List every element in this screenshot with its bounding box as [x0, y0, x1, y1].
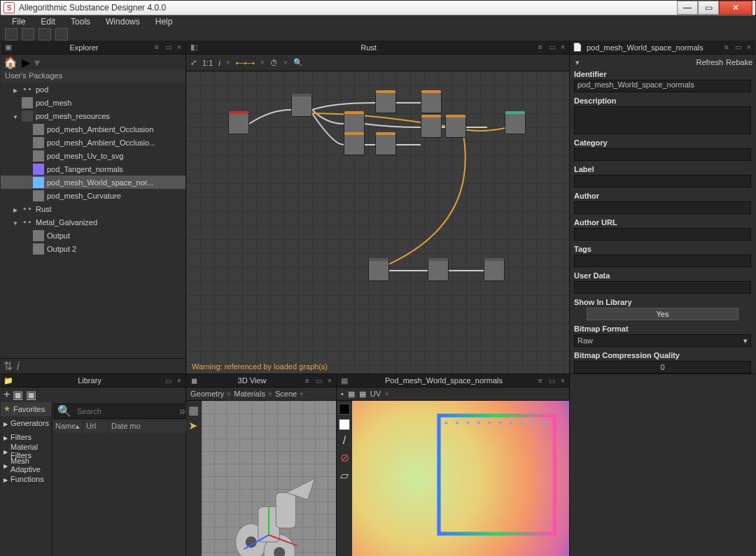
info-icon[interactable]: i: [17, 360, 20, 373]
explorer-home-icon[interactable]: 🏠: [4, 56, 18, 69]
open-icon[interactable]: [22, 28, 34, 41]
no-icon[interactable]: ⊘: [340, 451, 349, 464]
tree-item[interactable]: pod_mesh_resources: [1, 109, 186, 122]
graph-node[interactable]: [375, 134, 396, 155]
tree-item[interactable]: ∘∘pod: [1, 83, 186, 96]
identifier-input[interactable]: pod_mesh_World_space_normals: [574, 80, 751, 92]
play-icon[interactable]: ▶: [22, 56, 30, 69]
col-date[interactable]: Date mo: [108, 420, 190, 433]
panel-dock-icon[interactable]: ≡: [152, 43, 162, 52]
folder-icon[interactable]: ▣: [13, 388, 23, 401]
panel-float-icon[interactable]: ▭: [733, 43, 743, 52]
panel-dock-icon[interactable]: ≡: [722, 43, 732, 52]
library-category[interactable]: Mesh Adaptive: [1, 458, 52, 472]
tree-item[interactable]: pod_mesh_Curvature: [1, 189, 186, 202]
category-input[interactable]: [574, 148, 751, 161]
graph-node[interactable]: [368, 260, 389, 281]
library-search[interactable]: 🔍 »: [54, 404, 189, 419]
showlib-toggle[interactable]: Yes: [587, 308, 738, 320]
tree-item[interactable]: pod_Tangent_normals: [1, 162, 186, 176]
tool-icon[interactable]: ▦: [359, 390, 366, 399]
library-category[interactable]: Material Filters: [1, 444, 52, 458]
tree-item[interactable]: pod_mesh: [1, 96, 186, 109]
collapse-icon[interactable]: ▾: [573, 58, 694, 67]
userdata-input[interactable]: [574, 281, 751, 294]
menu-edit[interactable]: Edit: [34, 15, 62, 28]
tree-item[interactable]: pod_mesh_Uv_to_svg: [1, 149, 186, 162]
brush-icon[interactable]: /: [343, 434, 346, 447]
authorurl-input[interactable]: [574, 228, 751, 241]
pin-icon[interactable]: •: [341, 390, 344, 398]
3d-viewport[interactable]: [202, 401, 336, 556]
panel-close-icon[interactable]: ×: [558, 376, 568, 385]
folder-icon[interactable]: ▣: [26, 388, 36, 401]
bitmapfmt-combo[interactable]: Raw▾: [574, 334, 751, 347]
uv-label[interactable]: UV: [370, 390, 381, 398]
favorites-item[interactable]: ★Favorites: [1, 402, 52, 416]
bcq-slider[interactable]: 0: [574, 361, 751, 373]
flow-icon[interactable]: •─•─•: [236, 59, 255, 67]
menu-materials[interactable]: Materials: [234, 390, 265, 398]
panel-close-icon[interactable]: ×: [325, 376, 335, 385]
library-category[interactable]: Generators: [1, 416, 52, 430]
graph-node[interactable]: [344, 113, 365, 134]
description-input[interactable]: [574, 106, 751, 134]
graph-node[interactable]: [291, 96, 312, 117]
menu-help[interactable]: Help: [148, 15, 180, 28]
panel-float-icon[interactable]: ▭: [314, 376, 323, 385]
library-category[interactable]: Functions: [1, 472, 52, 486]
mapping-icon[interactable]: ⇅: [4, 359, 13, 373]
swatch-white[interactable]: [339, 419, 350, 430]
search-input[interactable]: [74, 407, 176, 415]
tool-icon[interactable]: ▦: [348, 390, 355, 399]
tags-input[interactable]: [574, 255, 751, 267]
panel-close-icon[interactable]: ×: [744, 43, 754, 52]
save-icon[interactable]: [38, 28, 51, 41]
menu-file[interactable]: File: [5, 15, 32, 28]
menu-tools[interactable]: Tools: [64, 15, 97, 28]
author-input[interactable]: [574, 201, 751, 214]
panel-dock-icon[interactable]: ≡: [302, 376, 312, 385]
search-icon[interactable]: 🔍: [293, 58, 303, 67]
col-url[interactable]: Url: [83, 420, 108, 433]
graph-node[interactable]: [428, 260, 449, 281]
panel-close-icon[interactable]: ×: [558, 43, 568, 52]
panel-close-icon[interactable]: ×: [174, 43, 184, 52]
saveall-icon[interactable]: [55, 28, 68, 41]
add-icon[interactable]: +: [4, 388, 10, 401]
tree-item[interactable]: Output: [1, 229, 186, 242]
graph-node[interactable]: [228, 113, 249, 134]
panel-close-icon[interactable]: ×: [174, 376, 184, 385]
graph-node[interactable]: [421, 117, 442, 138]
rebake-button[interactable]: Rebake: [726, 58, 752, 66]
panel-float-icon[interactable]: ▭: [547, 376, 556, 385]
graph-node[interactable]: [375, 92, 396, 113]
eraser-icon[interactable]: ▱: [340, 469, 349, 482]
panel-dock-icon[interactable]: ≡: [536, 376, 545, 385]
tree-item-selected[interactable]: pod_mesh_World_space_nor...: [1, 176, 186, 189]
zoom-ratio[interactable]: 1:1: [202, 59, 213, 67]
2d-viewport[interactable]: 2048 x 2048 (RGBA, 8bp): [352, 401, 569, 556]
graph-node[interactable]: [421, 92, 442, 113]
minimize-button[interactable]: —: [677, 1, 698, 15]
tree-item[interactable]: pod_mesh_Ambient_Occlusion: [1, 122, 186, 136]
panel-float-icon[interactable]: ▭: [163, 376, 173, 385]
panel-dock-icon[interactable]: ≡: [536, 43, 545, 52]
graph-node[interactable]: [484, 260, 505, 281]
swatch-black[interactable]: [339, 404, 350, 415]
tree-item[interactable]: ∘∘Metal_Galvanized: [1, 215, 186, 229]
tree-item[interactable]: pod_mesh_Ambient_Occlusio...: [1, 136, 186, 149]
menu-windows[interactable]: Windows: [99, 15, 147, 28]
graph-node[interactable]: [505, 113, 526, 134]
label-input[interactable]: [574, 175, 751, 187]
library-category[interactable]: Filters: [1, 430, 52, 444]
panel-float-icon[interactable]: ▭: [163, 43, 173, 52]
fit-icon[interactable]: ⤢: [190, 58, 197, 67]
move-tool-icon[interactable]: ➤: [188, 419, 200, 430]
info-icon[interactable]: i: [218, 59, 220, 67]
menu-geometry[interactable]: Geometry: [190, 390, 224, 398]
new-icon[interactable]: [5, 28, 18, 41]
graph-canvas[interactable]: [186, 71, 569, 373]
tree-item[interactable]: Output 2: [1, 242, 186, 255]
maximize-button[interactable]: ▭: [698, 1, 719, 15]
